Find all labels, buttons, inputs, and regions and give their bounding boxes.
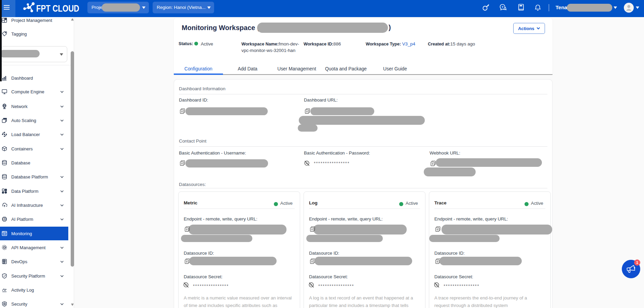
svg-text:AI: AI (3, 218, 6, 220)
svg-text:FPT CLOUD: FPT CLOUD (36, 3, 79, 14)
svg-text:API: API (4, 247, 6, 249)
svg-text:?: ? (502, 5, 504, 9)
